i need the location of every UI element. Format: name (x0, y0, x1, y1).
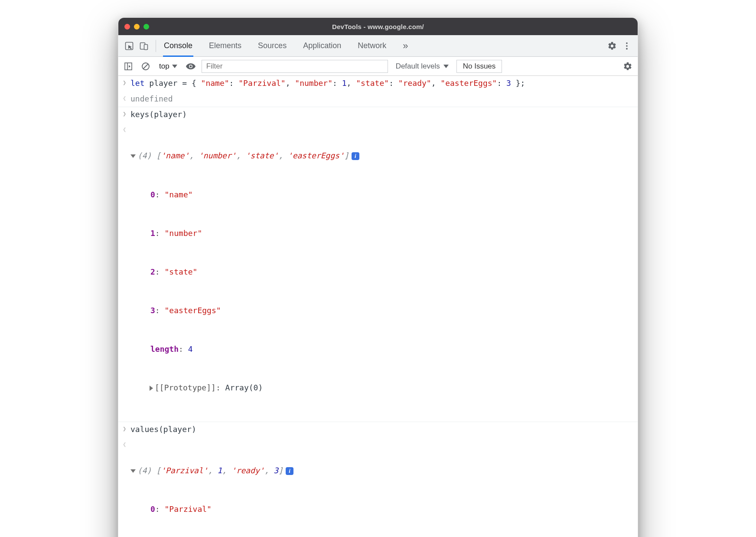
tab-application[interactable]: Application (302, 36, 342, 56)
tab-network[interactable]: Network (357, 36, 387, 56)
log-levels-selector[interactable]: Default levels (392, 62, 452, 71)
code-line: keys(player) (130, 108, 634, 121)
input-chevron-icon (123, 108, 130, 121)
filter-field[interactable] (206, 62, 383, 71)
more-tabs-icon[interactable]: » (402, 35, 409, 57)
output-chevron-icon (123, 439, 130, 537)
svg-point-4 (626, 45, 628, 47)
issues-button[interactable]: No Issues (456, 60, 502, 73)
kebab-menu-icon[interactable] (619, 39, 634, 53)
array-item: 3: "easterEggs" (130, 304, 634, 317)
close-icon[interactable] (124, 24, 130, 29)
array-length: length: 4 (130, 343, 634, 356)
console-log: let player = { "name": "Parzival", "numb… (118, 76, 638, 537)
info-icon[interactable]: i (286, 467, 293, 475)
chevron-down-icon (443, 65, 449, 68)
svg-rect-6 (125, 63, 132, 70)
live-expression-icon[interactable] (184, 60, 197, 73)
array-result: (4) ['Parzival', 1, 'ready', 3]i 0: "Par… (130, 439, 634, 537)
disclosure-triangle-icon[interactable] (130, 154, 136, 158)
console-input-row: let player = { "name": "Parzival", "numb… (118, 76, 638, 91)
sidebar-toggle-icon[interactable] (122, 60, 135, 73)
inspect-icon[interactable] (122, 39, 137, 53)
filter-input[interactable] (202, 60, 388, 73)
array-prototype[interactable]: [[Prototype]]: Array(0) (130, 381, 634, 394)
tab-elements[interactable]: Elements (208, 36, 242, 56)
settings-icon[interactable] (605, 39, 619, 53)
array-summary[interactable]: (4) ['Parzival', 1, 'ready', 3]i (130, 464, 634, 477)
main-toolbar: Console Elements Sources Application Net… (118, 35, 638, 57)
array-item: 1: "number" (130, 227, 634, 240)
devtools-window: DevTools - www.google.com/ Console Eleme… (118, 17, 638, 537)
context-label: top (159, 62, 169, 71)
clear-console-icon[interactable] (139, 60, 152, 73)
panel-tabs: Console Elements Sources Application Net… (160, 35, 409, 57)
info-icon[interactable]: i (352, 152, 359, 160)
disclosure-triangle-icon[interactable] (130, 469, 136, 473)
divider (156, 40, 156, 52)
array-item: 2: "state" (130, 265, 634, 278)
console-toolbar: top Default levels No Issues (118, 57, 638, 76)
tab-console[interactable]: Console (163, 36, 193, 57)
svg-rect-2 (144, 44, 148, 49)
svg-point-5 (626, 48, 628, 49)
device-toggle-icon[interactable] (137, 39, 151, 53)
window-title: DevTools - www.google.com/ (118, 23, 638, 30)
output-chevron-icon (123, 92, 130, 105)
svg-point-3 (626, 42, 628, 44)
titlebar: DevTools - www.google.com/ (118, 18, 638, 35)
undefined-result: undefined (130, 92, 634, 105)
context-selector[interactable]: top (156, 61, 180, 72)
console-settings-icon[interactable] (621, 60, 634, 73)
chevron-down-icon (172, 65, 177, 68)
array-item: 0: "Parzival" (130, 503, 634, 516)
console-output-row: (4) ['name', 'number', 'state', 'easterE… (118, 122, 638, 422)
input-chevron-icon (123, 77, 130, 90)
console-input-row: values(player) (118, 422, 638, 437)
array-summary[interactable]: (4) ['name', 'number', 'state', 'easterE… (130, 149, 634, 162)
traffic-lights (124, 24, 149, 29)
array-result: (4) ['name', 'number', 'state', 'easterE… (130, 124, 634, 420)
tab-sources[interactable]: Sources (257, 36, 287, 56)
array-item: 0: "name" (130, 188, 634, 201)
console-output-row: undefined (118, 91, 638, 108)
levels-label: Default levels (396, 62, 440, 71)
issues-label: No Issues (463, 62, 496, 71)
console-input-row: keys(player) (118, 107, 638, 122)
console-output-row: (4) ['Parzival', 1, 'ready', 3]i 0: "Par… (118, 437, 638, 537)
input-chevron-icon (123, 423, 130, 436)
minimize-icon[interactable] (134, 24, 140, 29)
disclosure-triangle-icon[interactable] (150, 386, 153, 391)
zoom-icon[interactable] (143, 24, 149, 29)
output-chevron-icon (123, 124, 130, 420)
code-line: let player = { "name": "Parzival", "numb… (130, 77, 634, 90)
code-line: values(player) (130, 423, 634, 436)
